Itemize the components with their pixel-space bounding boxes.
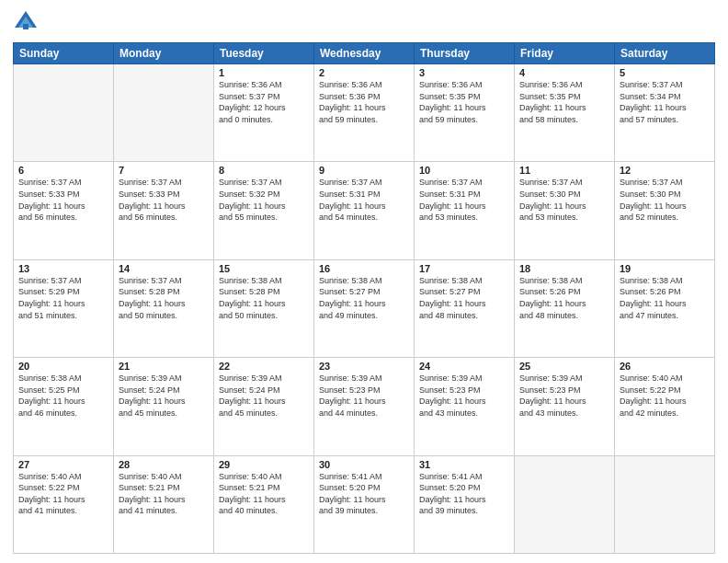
weekday-header-monday: Monday [114,43,214,64]
day-detail: Sunrise: 5:37 AM Sunset: 5:28 PM Dayligh… [119,275,209,321]
day-detail: Sunrise: 5:41 AM Sunset: 5:20 PM Dayligh… [419,471,509,517]
svg-rect-2 [23,24,28,29]
day-number: 30 [319,459,409,470]
calendar-cell: 6Sunrise: 5:37 AM Sunset: 5:33 PM Daylig… [14,162,114,259]
day-detail: Sunrise: 5:38 AM Sunset: 5:27 PM Dayligh… [319,275,409,321]
day-detail: Sunrise: 5:38 AM Sunset: 5:26 PM Dayligh… [620,275,710,321]
logo [13,9,42,35]
day-detail: Sunrise: 5:37 AM Sunset: 5:30 PM Dayligh… [519,177,609,223]
logo-icon [13,9,39,35]
day-number: 31 [419,459,509,470]
day-number: 9 [319,165,409,176]
calendar-cell [14,64,114,162]
day-detail: Sunrise: 5:38 AM Sunset: 5:28 PM Dayligh… [219,275,309,321]
day-detail: Sunrise: 5:37 AM Sunset: 5:34 PM Dayligh… [620,79,710,125]
calendar-cell: 18Sunrise: 5:38 AM Sunset: 5:26 PM Dayli… [515,259,615,357]
day-number: 11 [519,165,609,176]
calendar-cell: 5Sunrise: 5:37 AM Sunset: 5:34 PM Daylig… [615,64,715,162]
day-number: 15 [219,263,309,274]
day-detail: Sunrise: 5:37 AM Sunset: 5:31 PM Dayligh… [319,177,409,223]
weekday-header-thursday: Thursday [415,43,515,64]
day-number: 12 [620,165,710,176]
calendar-cell: 10Sunrise: 5:37 AM Sunset: 5:31 PM Dayli… [415,162,515,259]
calendar-cell: 28Sunrise: 5:40 AM Sunset: 5:21 PM Dayli… [114,455,214,553]
day-number: 10 [419,165,509,176]
calendar-cell [114,64,214,162]
day-number: 6 [18,165,108,176]
calendar-cell: 17Sunrise: 5:38 AM Sunset: 5:27 PM Dayli… [415,259,515,357]
day-detail: Sunrise: 5:40 AM Sunset: 5:22 PM Dayligh… [18,471,108,517]
day-number: 4 [519,67,609,78]
week-row-4: 20Sunrise: 5:38 AM Sunset: 5:25 PM Dayli… [14,358,715,455]
day-number: 14 [119,263,209,274]
day-detail: Sunrise: 5:39 AM Sunset: 5:24 PM Dayligh… [219,373,309,419]
day-detail: Sunrise: 5:36 AM Sunset: 5:35 PM Dayligh… [519,79,609,125]
day-detail: Sunrise: 5:40 AM Sunset: 5:21 PM Dayligh… [119,471,209,517]
day-detail: Sunrise: 5:39 AM Sunset: 5:23 PM Dayligh… [519,373,609,419]
day-detail: Sunrise: 5:37 AM Sunset: 5:33 PM Dayligh… [119,177,209,223]
weekday-header-wednesday: Wednesday [314,43,415,64]
day-detail: Sunrise: 5:37 AM Sunset: 5:31 PM Dayligh… [419,177,509,223]
calendar-cell: 19Sunrise: 5:38 AM Sunset: 5:26 PM Dayli… [615,259,715,357]
week-row-1: 1Sunrise: 5:36 AM Sunset: 5:37 PM Daylig… [14,64,715,162]
weekday-header-tuesday: Tuesday [214,43,314,64]
calendar-cell: 4Sunrise: 5:36 AM Sunset: 5:35 PM Daylig… [515,64,615,162]
calendar-cell: 20Sunrise: 5:38 AM Sunset: 5:25 PM Dayli… [14,358,114,455]
calendar-cell: 11Sunrise: 5:37 AM Sunset: 5:30 PM Dayli… [515,162,615,259]
header [13,9,715,35]
week-row-2: 6Sunrise: 5:37 AM Sunset: 5:33 PM Daylig… [14,162,715,259]
day-number: 16 [319,263,409,274]
calendar-cell: 12Sunrise: 5:37 AM Sunset: 5:30 PM Dayli… [615,162,715,259]
day-number: 19 [620,263,710,274]
day-number: 1 [219,67,309,78]
day-number: 7 [119,165,209,176]
calendar: SundayMondayTuesdayWednesdayThursdayFrid… [13,42,715,554]
calendar-cell: 27Sunrise: 5:40 AM Sunset: 5:22 PM Dayli… [14,455,114,553]
day-number: 22 [219,361,309,372]
week-row-3: 13Sunrise: 5:37 AM Sunset: 5:29 PM Dayli… [14,259,715,357]
day-number: 25 [519,361,609,372]
day-number: 27 [18,459,108,470]
day-detail: Sunrise: 5:37 AM Sunset: 5:32 PM Dayligh… [219,177,309,223]
day-number: 5 [620,67,710,78]
day-number: 8 [219,165,309,176]
calendar-cell: 25Sunrise: 5:39 AM Sunset: 5:23 PM Dayli… [515,358,615,455]
calendar-cell: 24Sunrise: 5:39 AM Sunset: 5:23 PM Dayli… [415,358,515,455]
weekday-header-sunday: Sunday [14,43,114,64]
day-detail: Sunrise: 5:37 AM Sunset: 5:29 PM Dayligh… [18,275,108,321]
day-number: 26 [620,361,710,372]
day-detail: Sunrise: 5:38 AM Sunset: 5:27 PM Dayligh… [419,275,509,321]
calendar-cell: 1Sunrise: 5:36 AM Sunset: 5:37 PM Daylig… [214,64,314,162]
day-number: 23 [319,361,409,372]
day-detail: Sunrise: 5:36 AM Sunset: 5:37 PM Dayligh… [219,79,309,125]
day-number: 3 [419,67,509,78]
day-number: 2 [319,67,409,78]
calendar-cell: 16Sunrise: 5:38 AM Sunset: 5:27 PM Dayli… [314,259,415,357]
day-detail: Sunrise: 5:36 AM Sunset: 5:36 PM Dayligh… [319,79,409,125]
calendar-cell [515,455,615,553]
calendar-cell: 3Sunrise: 5:36 AM Sunset: 5:35 PM Daylig… [415,64,515,162]
day-detail: Sunrise: 5:39 AM Sunset: 5:24 PM Dayligh… [119,373,209,419]
calendar-cell: 31Sunrise: 5:41 AM Sunset: 5:20 PM Dayli… [415,455,515,553]
weekday-header-saturday: Saturday [615,43,715,64]
day-number: 13 [18,263,108,274]
calendar-cell: 8Sunrise: 5:37 AM Sunset: 5:32 PM Daylig… [214,162,314,259]
day-number: 28 [119,459,209,470]
calendar-cell: 29Sunrise: 5:40 AM Sunset: 5:21 PM Dayli… [214,455,314,553]
calendar-cell: 26Sunrise: 5:40 AM Sunset: 5:22 PM Dayli… [615,358,715,455]
day-detail: Sunrise: 5:40 AM Sunset: 5:21 PM Dayligh… [219,471,309,517]
calendar-cell: 15Sunrise: 5:38 AM Sunset: 5:28 PM Dayli… [214,259,314,357]
day-detail: Sunrise: 5:39 AM Sunset: 5:23 PM Dayligh… [419,373,509,419]
weekday-header-row: SundayMondayTuesdayWednesdayThursdayFrid… [14,43,715,64]
day-detail: Sunrise: 5:41 AM Sunset: 5:20 PM Dayligh… [319,471,409,517]
day-detail: Sunrise: 5:36 AM Sunset: 5:35 PM Dayligh… [419,79,509,125]
day-detail: Sunrise: 5:37 AM Sunset: 5:30 PM Dayligh… [620,177,710,223]
day-number: 29 [219,459,309,470]
calendar-cell: 14Sunrise: 5:37 AM Sunset: 5:28 PM Dayli… [114,259,214,357]
day-detail: Sunrise: 5:40 AM Sunset: 5:22 PM Dayligh… [620,373,710,419]
calendar-cell: 2Sunrise: 5:36 AM Sunset: 5:36 PM Daylig… [314,64,415,162]
calendar-cell: 13Sunrise: 5:37 AM Sunset: 5:29 PM Dayli… [14,259,114,357]
day-number: 24 [419,361,509,372]
day-detail: Sunrise: 5:37 AM Sunset: 5:33 PM Dayligh… [18,177,108,223]
week-row-5: 27Sunrise: 5:40 AM Sunset: 5:22 PM Dayli… [14,455,715,553]
